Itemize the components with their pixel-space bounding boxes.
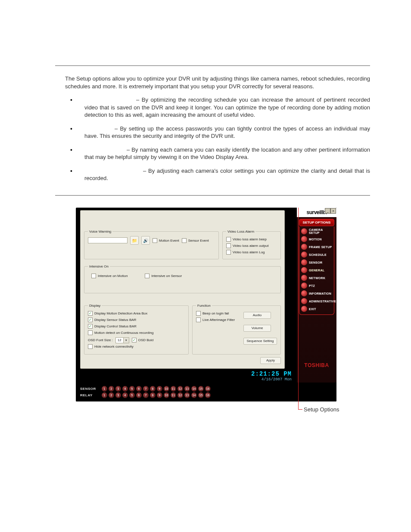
menu-administrative[interactable]: ADMINISTRATIVE [299,297,334,305]
sensor-indicator[interactable]: 10 [164,386,169,392]
video-loss-alarm-group: Video Loss Alarm Video loss alarm beep V… [222,230,281,259]
relay-indicator[interactable]: 3 [115,392,121,398]
sensor-indicator[interactable]: 15 [198,386,204,392]
menu-network[interactable]: NETWORK [299,274,334,282]
menu-label: EXIT [309,308,316,311]
browse-folder-icon[interactable]: 📁 [130,236,139,245]
relay-indicator[interactable]: 8 [150,392,156,398]
sensor-indicator[interactable]: 12 [177,386,183,392]
menu-camera-setup[interactable]: CAMERA SETUP [299,227,334,235]
relay-indicator[interactable]: 4 [122,392,128,398]
general-icon [301,267,307,273]
disp-ssbar-checkbox[interactable]: Display Sensor Status BAR [88,317,136,322]
sensor-indicator[interactable]: 14 [191,386,197,392]
clock-time: 2:21:25 PM [80,370,292,377]
relay-indicator[interactable]: 13 [184,392,190,398]
sensor-indicator[interactable]: 4 [122,386,128,392]
sensor-indicator[interactable]: 6 [136,386,142,392]
relay-indicator[interactable]: 15 [198,392,204,398]
callout-label: Setup Options [304,406,339,413]
vloss-log-checkbox[interactable]: Video loss alarm Log [226,250,265,255]
osd-bold-checkbox[interactable]: OSD Bold [132,338,154,342]
sensor-indicator[interactable]: 11 [171,386,176,392]
menu-label: GENERAL [309,269,324,272]
relay-indicator[interactable]: 11 [171,392,176,398]
motion-event-checkbox[interactable]: Motion Event [153,238,179,243]
menu-motion[interactable]: MOTION [299,235,334,243]
network-icon [301,275,307,281]
menu-ptz[interactable]: PTZ [299,282,334,289]
close-icon[interactable]: × [330,208,336,214]
relay-label: RELAY [80,393,99,397]
video-loss-legend: Video Loss Alarm [226,230,255,233]
intensive-sensor-checkbox[interactable]: Intensive on Sensor [145,274,182,278]
intensive-on-legend: Intensive On [88,264,110,268]
chk-label: Display Sensor Status BAR [94,318,136,322]
disp-mdab-checkbox[interactable]: Display Motion Detection Area Box [88,311,147,316]
bullet-text: – By adjusting each camera's color setti… [84,168,370,182]
menu-frame-setup[interactable]: FRAME SETUP [299,243,334,251]
relay-indicator[interactable]: 2 [109,392,114,398]
live-afterimage-checkbox[interactable]: Live Afterimage Filter [196,317,235,322]
relay-indicator[interactable]: 14 [191,392,197,398]
callout-line-horiz [298,409,302,410]
sensor-indicator[interactable]: 1 [102,386,107,392]
display-group: Display Display Motion Detection Area Bo… [84,304,189,355]
chk-label: Video loss alarm output [233,244,268,248]
sensor-label: SENSOR [80,387,99,391]
sensor-indicator[interactable]: 7 [143,386,149,392]
voice-warning-path-input[interactable] [88,237,128,243]
play-sound-icon[interactable]: 🔊 [141,236,150,245]
osd-fontsize-dropdown[interactable]: 12 ▾ [115,337,129,343]
menu-label: SCHEDULE [309,253,327,256]
volume-button[interactable]: Volume [243,325,271,332]
sensor-indicator[interactable]: 8 [150,386,156,392]
hide-netconn-checkbox[interactable]: Hide network connectivity [88,344,134,349]
vloss-output-checkbox[interactable]: Video loss alarm output [226,243,268,248]
menu-information[interactable]: INFORMATION [299,289,334,297]
minimize-icon[interactable]: _ [325,208,330,214]
audio-button[interactable]: Audio [243,312,271,319]
voice-warning-legend: Voice Warning [88,230,112,233]
menu-exit[interactable]: EXIT [299,305,334,313]
apply-button[interactable]: Apply [260,357,281,364]
md-contrec-checkbox[interactable]: Motion detect on Continuous recording [88,330,153,335]
menu-schedule[interactable]: SCHEDULE [299,251,334,258]
menu-sensor[interactable]: SENSOR [299,258,334,266]
sensor-indicator[interactable]: 2 [109,386,114,392]
menu-label: PTZ [309,284,315,287]
relay-indicator[interactable]: 10 [164,392,169,398]
relay-indicator[interactable]: 7 [143,392,149,398]
sensor-indicator[interactable]: 9 [157,386,162,392]
chk-label: Video loss alarm beep [233,237,267,241]
chk-label: Live Afterimage Filter [202,318,235,322]
bullet-list: – By optimizing the recording schedule y… [65,96,370,182]
bullet-security: – By setting up the access passwords you… [65,125,370,140]
disp-csbar-checkbox[interactable]: Display Control Status BAR [88,324,137,329]
relay-indicator[interactable]: 9 [157,392,162,398]
relay-indicator[interactable]: 16 [205,392,211,398]
relay-indicator[interactable]: 5 [129,392,135,398]
frame-icon [301,244,307,250]
relay-indicator[interactable]: 1 [102,392,107,398]
sensor-indicator[interactable]: 13 [184,386,190,392]
sensor-indicator[interactable]: 5 [129,386,135,392]
chevron-down-icon: ▾ [123,338,129,343]
chk-label: OSD Bold [138,338,154,342]
sequence-setting-button[interactable]: Sequence Setting [243,338,277,345]
chk-label: Display Motion Detection Area Box [94,311,147,315]
relay-indicator[interactable]: 6 [136,392,142,398]
sensor-indicator[interactable]: 16 [205,386,211,392]
sensor-event-checkbox[interactable]: Sensor Event [182,238,209,243]
menu-general[interactable]: GENERAL [299,266,334,274]
camera-icon [301,228,307,234]
osd-fontsize-value: 12 [116,338,123,342]
intensive-on-group: Intensive On Intensive on Motion Intensi… [84,264,281,293]
intensive-motion-checkbox[interactable]: Intensive on Motion [91,274,128,278]
beep-loginfail-checkbox[interactable]: Beep on login fail [196,311,229,316]
relay-indicator[interactable]: 12 [177,392,183,398]
menu-label: SENSOR [309,261,322,264]
vloss-beep-checkbox[interactable]: Video loss alarm beep [226,237,267,242]
bullet-text: – By naming each camera you can easily i… [84,146,370,161]
sensor-indicator[interactable]: 3 [115,386,121,392]
